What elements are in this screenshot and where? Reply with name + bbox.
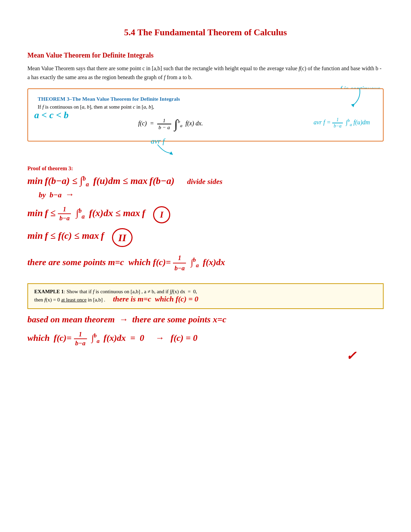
proof-line2: min f ≤ 1 b−a ∫ba f(x)dx ≤ max f I	[27, 205, 384, 223]
example1-label: EXAMPLE 1	[34, 289, 64, 294]
proof-label: Proof of theorem 3:	[27, 165, 384, 172]
theorem-condition: If f is continuous on [a, b], then at so…	[38, 104, 373, 110]
example1-hw-line2: which f(c)= 1 b−a ∫ba f(x)dx = 0 → f(c) …	[27, 330, 384, 348]
example1-hw-line1: based on mean theorem → there are some p…	[27, 314, 384, 325]
circle-II: II	[112, 228, 133, 247]
section1-heading: Mean Value Theorem for Definite Integral…	[27, 51, 384, 59]
annotation-arrow-topright	[346, 87, 363, 109]
theorem-box: a < c < b THEOREM 3–The Mean Value Theor…	[27, 88, 384, 141]
example1-box: EXAMPLE 1: Show that if f is continuous …	[27, 283, 384, 309]
annotation-a-c-b: a < c < b	[34, 110, 68, 121]
circle-I: I	[153, 206, 170, 223]
svg-marker-1	[351, 104, 354, 107]
annotation-avrf-below: avr f	[151, 137, 175, 158]
proof-line1: min f(b−a) ≤ ∫ba f(u)dm ≤ max f(b−a) div…	[27, 174, 384, 200]
page-title: 5.4 The Fundamental Theorem of Calculus	[27, 27, 384, 38]
section1-body: Mean Value Theorem says that there are s…	[27, 64, 384, 82]
theorem-title: THEOREM 3–The Mean Value Theorem for Def…	[38, 96, 373, 102]
theorem-formula: f(c) = 1 b − a ∫ba f(x) dx.	[104, 117, 237, 131]
proof-line3: min f ≤ f(c) ≤ max f II	[27, 228, 384, 247]
proof-line4: there are some points m=c which f(c)= 1 …	[27, 253, 384, 273]
checkmark: ✓	[27, 349, 356, 363]
annotation-avr-f: avr f = 1 b−a ∫ba f(u)dm	[237, 117, 373, 129]
proof-section: Proof of theorem 3: min f(b−a) ≤ ∫ba f(u…	[27, 165, 384, 273]
